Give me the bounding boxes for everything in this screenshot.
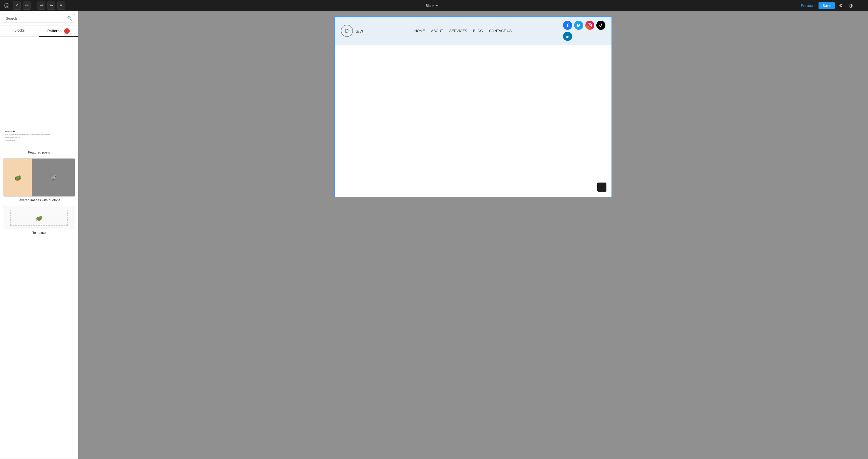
svg-rect-23 — [566, 36, 566, 38]
nav-home[interactable]: HOME — [414, 29, 425, 33]
fp-date: October 28, 2022 — [5, 140, 73, 141]
template-preview — [3, 206, 75, 229]
layered-images-preview — [3, 158, 75, 196]
redo-icon: ↪ — [50, 3, 53, 8]
tab-blocks-label: Blocks — [14, 28, 25, 32]
logo-area: D divi — [341, 25, 363, 37]
featured-posts-preview: Hello world! Welcome to WordPress. This … — [3, 126, 75, 149]
tiktok-icon[interactable] — [596, 21, 606, 30]
svg-point-11 — [55, 176, 56, 177]
svg-point-17 — [37, 219, 40, 221]
search-input-wrap: 🔍 — [3, 14, 75, 23]
pencil-icon: ✏ — [25, 3, 29, 8]
nav-contact[interactable]: CONTACT US — [489, 29, 512, 33]
social-row-top — [563, 21, 606, 30]
contrast-button[interactable]: ◑ — [847, 1, 855, 9]
list-view-button[interactable]: ≡ — [57, 1, 65, 9]
nav-services[interactable]: SERVICES — [450, 29, 467, 33]
more-icon: ⋮ — [859, 3, 863, 8]
pencil-button[interactable]: ✏ — [23, 1, 31, 9]
site-header: D divi HOME ABOUT SERVICES BLOG CONTACT … — [335, 17, 612, 45]
preview-button[interactable]: Preview — [798, 2, 816, 9]
social-icons — [563, 21, 606, 41]
pattern-thumb-featured-posts: Hello world! Welcome to WordPress. This … — [3, 126, 75, 149]
fp-divider — [5, 129, 73, 129]
layered-right-panel — [32, 158, 75, 196]
settings-button[interactable]: ⚙ — [837, 1, 845, 9]
search-input[interactable] — [6, 17, 65, 21]
undo-icon: ↩ — [40, 3, 43, 8]
layered-left-panel — [3, 158, 32, 196]
toolbar: W ✕ ✏ ↩ ↪ ≡ Blank ▾ Preview Save ⚙ ◑ ⋮ — [0, 0, 868, 11]
pattern-label-template: Template — [3, 231, 75, 235]
nav-links: HOME ABOUT SERVICES BLOG CONTACT US — [414, 29, 512, 33]
document-title-dropdown[interactable]: Blank ▾ — [424, 2, 440, 8]
twitter-icon[interactable] — [574, 21, 583, 30]
nav-about[interactable]: ABOUT — [431, 29, 443, 33]
more-options-button[interactable]: ⋮ — [857, 1, 865, 9]
pattern-label-layered-images: Layered images with duotone — [3, 198, 75, 202]
svg-point-4 — [16, 179, 19, 181]
add-block-button[interactable]: + — [597, 183, 607, 192]
instagram-icon[interactable] — [585, 21, 594, 30]
close-button[interactable]: ✕ — [12, 1, 21, 9]
canvas-empty: + — [335, 45, 612, 197]
page-preview: D divi HOME ABOUT SERVICES BLOG CONTACT … — [334, 16, 612, 197]
separator — [34, 2, 34, 8]
svg-point-9 — [52, 179, 55, 181]
search-bar: 🔍 — [0, 11, 78, 26]
pattern-card-layered-images[interactable]: Layered images with duotone — [3, 158, 75, 202]
patterns-badge: 1 — [64, 28, 70, 34]
undo-button[interactable]: ↩ — [37, 1, 45, 9]
redo-button[interactable]: ↪ — [47, 1, 55, 9]
chevron-down-icon: ▾ — [436, 3, 438, 7]
sidebar: 🔍 Blocks Patterns 1 Explore ✓ Featured — [0, 11, 78, 459]
fp-link: Add "read more" link here — [5, 136, 73, 138]
tab-blocks[interactable]: Blocks — [0, 26, 39, 36]
svg-text:W: W — [5, 4, 8, 7]
pattern-label-featured-posts: Featured posts — [3, 151, 75, 154]
pattern-card-template[interactable]: Template — [3, 206, 75, 235]
logo-circle: D — [341, 25, 353, 37]
settings-icon: ⚙ — [839, 3, 843, 8]
bird-right-icon — [47, 171, 60, 184]
tab-patterns[interactable]: Patterns 1 — [39, 26, 78, 36]
fp-excerpt: Welcome to WordPress. This is your first… — [5, 133, 73, 135]
pattern-thumb-layered-images — [3, 158, 75, 197]
tab-patterns-label: Patterns — [48, 29, 62, 33]
toolbar-right: Preview Save ⚙ ◑ ⋮ — [798, 1, 865, 9]
pattern-thumb-template — [3, 206, 75, 229]
close-icon: ✕ — [15, 3, 19, 8]
patterns-list: Hello world! Welcome to WordPress. This … — [0, 123, 78, 459]
social-row-bottom — [563, 32, 606, 41]
pattern-card-featured-posts[interactable]: Hello world! Welcome to WordPress. This … — [3, 126, 75, 154]
logo-letter: D — [345, 28, 349, 34]
document-title-area: Blank ▾ — [67, 2, 796, 8]
fp-title: Hello world! — [5, 131, 73, 132]
canvas-area: D divi HOME ABOUT SERVICES BLOG CONTACT … — [78, 11, 868, 459]
bird-left-icon — [11, 171, 24, 184]
linkedin-icon[interactable] — [563, 32, 572, 41]
svg-point-19 — [41, 216, 41, 217]
document-title: Blank — [426, 3, 434, 7]
search-icon: 🔍 — [67, 16, 72, 21]
logo-name: divi — [355, 28, 363, 34]
list-icon: ≡ — [60, 3, 62, 8]
svg-point-6 — [20, 176, 20, 177]
svg-rect-20 — [588, 24, 591, 27]
save-button[interactable]: Save — [818, 2, 835, 9]
template-bird-icon — [33, 212, 45, 223]
contrast-icon: ◑ — [849, 3, 853, 8]
template-dashed-border — [10, 210, 67, 226]
nav-blog[interactable]: BLOG — [473, 29, 483, 33]
svg-point-24 — [566, 35, 566, 35]
add-icon: + — [600, 184, 603, 190]
main-layout: 🔍 Blocks Patterns 1 Explore ✓ Featured — [0, 11, 868, 459]
wp-logo[interactable]: W — [3, 2, 10, 9]
svg-point-21 — [589, 25, 590, 26]
tabs: Blocks Patterns 1 — [0, 26, 78, 37]
facebook-icon[interactable] — [563, 21, 572, 30]
svg-line-12 — [49, 173, 59, 174]
